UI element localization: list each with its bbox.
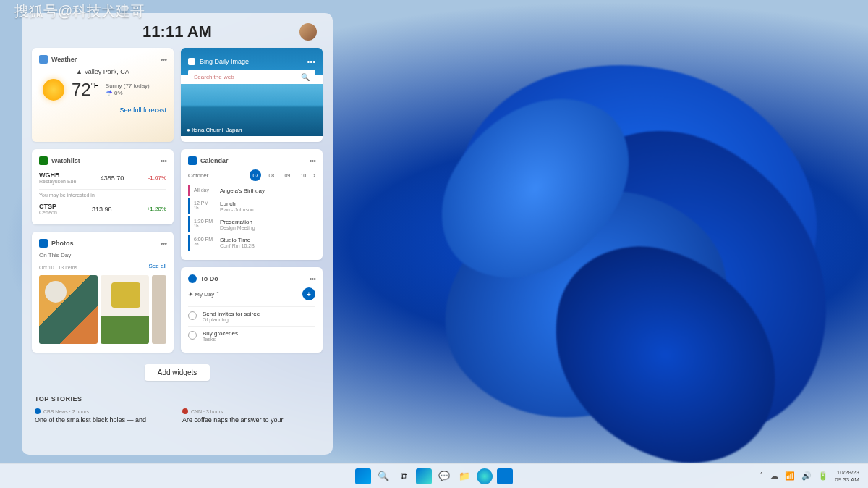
photo-thumbnail[interactable] bbox=[39, 275, 98, 344]
battery-icon[interactable]: 🔋 bbox=[818, 471, 828, 481]
volume-icon[interactable]: 🔊 bbox=[801, 471, 812, 481]
stock-row[interactable]: CTSPCerteon 313.98 +1.20% bbox=[39, 201, 166, 217]
source-icon bbox=[35, 408, 41, 414]
stories-heading: TOP STORIES bbox=[35, 395, 320, 403]
calendar-day[interactable]: 07 bbox=[250, 169, 261, 181]
add-task-button[interactable]: + bbox=[302, 287, 315, 300]
weather-title: Weather bbox=[51, 56, 156, 63]
sun-icon bbox=[43, 79, 64, 101]
add-widgets-button[interactable]: Add widgets bbox=[145, 364, 210, 381]
weather-location: ▲ Valley Park, CA bbox=[39, 68, 166, 75]
widget-menu-icon[interactable]: ••• bbox=[160, 55, 166, 64]
widgets-button[interactable] bbox=[416, 468, 432, 484]
weather-widget[interactable]: Weather ••• ▲ Valley Park, CA 72°F Sunny… bbox=[32, 48, 174, 142]
wifi-icon[interactable]: 📶 bbox=[785, 471, 795, 481]
photos-icon bbox=[39, 239, 48, 248]
bing-icon bbox=[188, 58, 195, 65]
panel-time: 11:11 AM bbox=[142, 22, 212, 41]
photos-title: Photos bbox=[51, 240, 156, 247]
todo-list-selector[interactable]: ☀ My Day ˅ bbox=[188, 291, 219, 298]
widget-menu-icon[interactable]: ••• bbox=[309, 156, 315, 165]
finance-widget[interactable]: Watchlist ••• WGHBRestayusen Eue 4385.70… bbox=[32, 149, 174, 224]
add-widgets-row: Add widgets bbox=[32, 360, 323, 385]
calendar-event[interactable]: All dayAngela's Birthday bbox=[188, 185, 315, 196]
see-all-link[interactable]: See all bbox=[149, 263, 166, 269]
calendar-day[interactable]: 10 bbox=[297, 169, 309, 181]
widget-menu-icon[interactable]: ••• bbox=[307, 57, 315, 66]
finance-title: Watchlist bbox=[51, 157, 156, 164]
story-card[interactable]: CBS News · 2 hours One of the smallest b… bbox=[35, 408, 172, 425]
chevron-up-icon[interactable]: ˄ bbox=[760, 471, 764, 481]
chevron-right-icon[interactable]: › bbox=[313, 172, 315, 179]
stock-row[interactable]: WGHBRestayusen Eue 4385.70 -1.07% bbox=[39, 169, 166, 186]
bing-widget[interactable]: Bing Daily Image ••• Search the web 🔍 ● … bbox=[181, 48, 323, 142]
calendar-widget[interactable]: Calendar ••• October 07 08 09 10 › All d… bbox=[181, 149, 323, 260]
story-card[interactable]: CNN · 3 hours Are coffee naps the answer… bbox=[182, 408, 320, 425]
temperature: 72 bbox=[72, 80, 91, 100]
widget-menu-icon[interactable]: ••• bbox=[309, 274, 315, 283]
todo-icon bbox=[188, 274, 197, 283]
edge-button[interactable] bbox=[477, 468, 493, 484]
calendar-day[interactable]: 09 bbox=[281, 169, 293, 181]
calendar-day[interactable]: 08 bbox=[265, 169, 277, 181]
widget-menu-icon[interactable]: ••• bbox=[160, 156, 166, 165]
start-button[interactable] bbox=[355, 468, 371, 484]
chat-button[interactable]: 💬 bbox=[436, 468, 452, 484]
calendar-month: October bbox=[188, 172, 245, 179]
calendar-title: Calendar bbox=[200, 157, 305, 164]
watermark-text: 搜狐号@科技犬建哥 bbox=[14, 1, 145, 21]
task-item[interactable]: Buy groceriesTasks bbox=[188, 326, 315, 345]
task-view-button[interactable]: ⧉ bbox=[396, 468, 412, 484]
onedrive-icon[interactable]: ☁ bbox=[770, 471, 778, 481]
calendar-icon bbox=[188, 156, 197, 165]
photo-thumbnail[interactable] bbox=[101, 275, 149, 344]
finance-icon bbox=[39, 156, 48, 165]
search-input[interactable]: Search the web 🔍 bbox=[188, 70, 315, 84]
todo-widget[interactable]: To Do ••• ☀ My Day ˅ + Send invites for … bbox=[181, 267, 323, 353]
todo-title: To Do bbox=[200, 275, 305, 282]
store-button[interactable] bbox=[497, 468, 513, 484]
bing-image: ● Itsna Churni, Japan bbox=[181, 84, 323, 136]
photos-heading: On This Day bbox=[39, 252, 166, 258]
photo-thumbnail[interactable] bbox=[152, 275, 166, 344]
calendar-event[interactable]: 1:30 PM1hPresentationDesign Meeting bbox=[188, 216, 315, 232]
bing-title: Bing Daily Image bbox=[200, 58, 249, 65]
system-clock[interactable]: 10/28/2309:33 AM bbox=[835, 469, 859, 483]
calendar-event[interactable]: 12 PM1hLunchPlan - Johnson bbox=[188, 198, 315, 214]
task-checkbox[interactable] bbox=[188, 311, 197, 320]
taskbar: 🔍 ⧉ 💬 📁 ˄ ☁ 📶 🔊 🔋 10/28/2309:33 AM bbox=[0, 463, 868, 488]
search-icon[interactable]: 🔍 bbox=[301, 73, 310, 81]
weather-icon bbox=[39, 55, 48, 64]
user-avatar[interactable] bbox=[299, 23, 317, 41]
task-checkbox[interactable] bbox=[188, 331, 197, 340]
source-icon bbox=[182, 408, 188, 414]
forecast-link[interactable]: See full forecast bbox=[39, 106, 166, 114]
explorer-button[interactable]: 📁 bbox=[456, 468, 472, 484]
top-stories-section: TOP STORIES CBS News · 2 hours One of th… bbox=[32, 392, 323, 428]
task-item[interactable]: Send invites for soireeOf planning bbox=[188, 306, 315, 326]
search-button[interactable]: 🔍 bbox=[375, 468, 391, 484]
widget-menu-icon[interactable]: ••• bbox=[160, 239, 166, 248]
photos-widget[interactable]: Photos ••• On This Day Oct 10 · 13 items… bbox=[32, 232, 174, 353]
widgets-panel: 11:11 AM Weather ••• ▲ Valley Park, CA 7… bbox=[22, 13, 333, 455]
calendar-event[interactable]: 6:00 PM2hStudio TimeConf Rm 10.2B bbox=[188, 235, 315, 251]
image-caption: ● Itsna Churni, Japan bbox=[187, 127, 242, 133]
